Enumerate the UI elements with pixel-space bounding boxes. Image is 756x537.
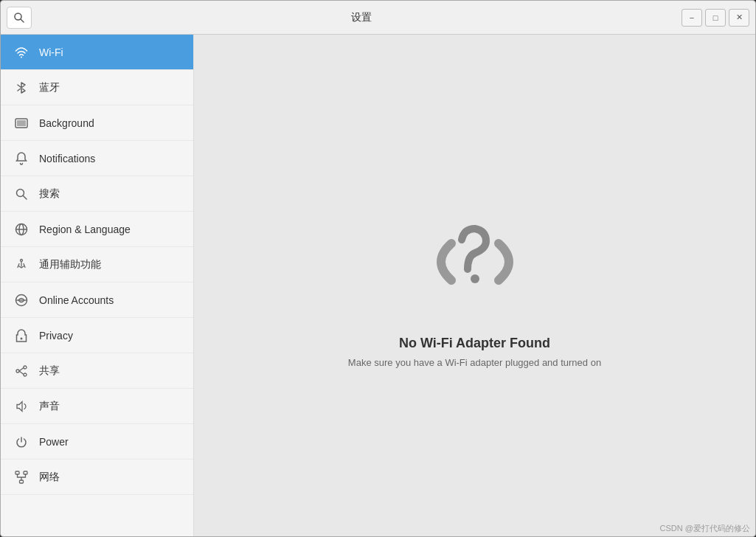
maximize-button[interactable]: □ [705,9,726,27]
sidebar-item-power[interactable]: Power [1,424,193,460]
sidebar-item-sharing[interactable]: 共享 [1,353,193,389]
bluetooth-icon [14,80,29,95]
no-wifi-illustration [416,203,534,321]
sidebar-item-background[interactable]: Background [1,105,193,141]
sidebar-item-network-label: 网络 [39,471,60,484]
sidebar-item-search-label: 搜索 [39,187,60,201]
svg-point-13 [21,337,23,339]
search-icon [13,12,25,24]
privacy-icon [14,328,29,343]
svg-line-17 [19,367,24,371]
power-icon [14,434,29,449]
sidebar-item-sharing-label: 共享 [39,364,60,378]
sidebar-item-region[interactable]: Region & Language [1,212,193,247]
accessibility-icon [14,257,29,272]
minimize-button[interactable]: − [682,9,702,27]
online-accounts-icon [14,293,29,308]
svg-line-6 [24,195,27,199]
sidebar-item-bluetooth-label: 蓝牙 [39,81,60,94]
sidebar-item-sound-label: 声音 [39,400,60,413]
main-content: Wi-Fi 蓝牙 Background [1,35,755,536]
titlebar: 设置 − □ ✕ [1,1,755,35]
svg-point-15 [24,373,27,376]
svg-line-1 [21,19,24,22]
sidebar-item-wifi[interactable]: Wi-Fi [1,35,193,70]
sidebar-item-accessibility[interactable]: 通用辅助功能 [1,247,193,283]
svg-point-22 [471,274,479,283]
no-adapter-title: No Wi-Fi Adapter Found [399,336,550,351]
sidebar-item-bluetooth[interactable]: 蓝牙 [1,70,193,105]
sidebar-item-sound[interactable]: 声音 [1,389,193,424]
svg-point-10 [21,259,23,261]
svg-point-14 [24,366,27,369]
window-controls: − □ ✕ [682,9,749,27]
sidebar-item-online-accounts[interactable]: Online Accounts [1,283,193,318]
sound-icon [14,399,29,414]
sidebar-item-search[interactable]: 搜索 [1,176,193,212]
sidebar-item-wifi-label: Wi-Fi [39,46,63,58]
background-icon [14,116,29,131]
sidebar-item-notifications-label: Notifications [39,153,95,164]
wifi-icon [14,45,29,60]
sidebar-item-background-label: Background [39,117,94,129]
network-icon [14,470,29,485]
svg-point-16 [16,370,19,373]
no-adapter-subtitle: Make sure you have a Wi-Fi adapter plugg… [348,357,601,368]
sidebar-item-region-label: Region & Language [39,224,131,235]
close-button[interactable]: ✕ [729,9,749,27]
sidebar-item-accessibility-label: 通用辅助功能 [39,258,101,271]
sidebar-item-network[interactable]: 网络 [1,460,193,495]
svg-rect-4 [17,120,26,126]
search-button[interactable] [7,7,32,29]
sidebar-item-power-label: Power [39,436,69,448]
sidebar-item-online-accounts-label: Online Accounts [39,294,114,306]
sidebar-item-privacy[interactable]: Privacy [1,318,193,353]
content-area: No Wi-Fi Adapter Found Make sure you hav… [194,35,755,536]
sidebar: Wi-Fi 蓝牙 Background [1,35,194,536]
region-icon [14,222,29,237]
svg-point-2 [21,56,22,58]
sidebar-item-notifications[interactable]: Notifications [1,141,193,176]
sidebar-item-privacy-label: Privacy [39,330,73,342]
settings-window: 设置 − □ ✕ Wi-Fi [0,0,756,537]
search-sidebar-icon [14,187,29,201]
watermark: CSDN @爱打代码的修公 [660,523,750,534]
sharing-icon [14,364,29,378]
window-title: 设置 [41,11,682,24]
notifications-icon [14,151,29,166]
svg-line-18 [19,371,24,375]
